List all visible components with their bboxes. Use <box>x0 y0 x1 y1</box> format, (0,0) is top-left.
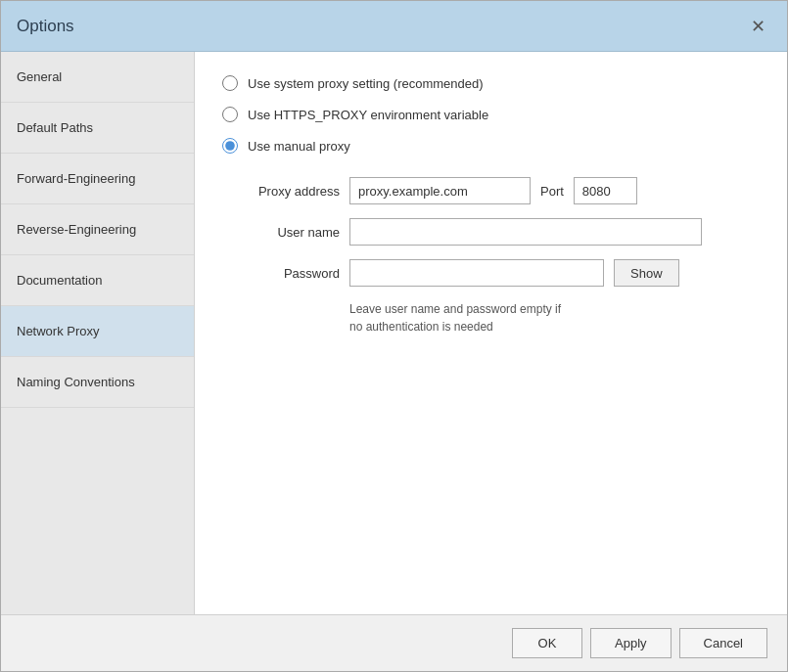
options-dialog: Options ✕ General Default Paths Forward-… <box>0 0 788 672</box>
radio-system-proxy-label: Use system proxy setting (recommended) <box>248 76 484 91</box>
sidebar-item-default-paths[interactable]: Default Paths <box>1 103 194 154</box>
ok-button[interactable]: OK <box>512 628 582 658</box>
proxy-address-label: Proxy address <box>232 184 340 199</box>
radio-https-proxy-input[interactable] <box>222 107 238 122</box>
radio-https-proxy-label: Use HTTPS_PROXY environment variable <box>248 108 488 122</box>
radio-system-proxy[interactable]: Use system proxy setting (recommended) <box>222 75 760 91</box>
radio-system-proxy-input[interactable] <box>222 75 238 91</box>
show-password-button[interactable]: Show <box>614 259 679 287</box>
sidebar-item-network-proxy[interactable]: Network Proxy <box>1 306 194 357</box>
sidebar-item-general[interactable]: General <box>1 52 194 103</box>
password-input[interactable] <box>349 259 604 287</box>
main-area: General Default Paths Forward-Engineerin… <box>1 52 787 614</box>
apply-button[interactable]: Apply <box>590 628 672 658</box>
proxy-fields: Proxy address Port User name Password Sh… <box>222 177 760 336</box>
sidebar-item-forward-engineering[interactable]: Forward-Engineering <box>1 154 194 204</box>
content-area: Use system proxy setting (recommended) U… <box>195 52 787 614</box>
sidebar: General Default Paths Forward-Engineerin… <box>1 52 195 614</box>
sidebar-item-naming-conventions[interactable]: Naming Conventions <box>1 357 194 408</box>
hint-text: Leave user name and password empty if no… <box>349 300 760 336</box>
dialog-title: Options <box>17 17 74 36</box>
proxy-radio-group: Use system proxy setting (recommended) U… <box>222 75 760 154</box>
proxy-address-row: Proxy address Port <box>232 177 760 204</box>
sidebar-item-documentation[interactable]: Documentation <box>1 255 194 306</box>
port-input[interactable] <box>574 177 637 204</box>
password-label: Password <box>232 266 340 281</box>
radio-manual-proxy[interactable]: Use manual proxy <box>222 138 760 154</box>
username-input[interactable] <box>349 218 702 246</box>
close-button[interactable]: ✕ <box>745 16 771 37</box>
proxy-address-input[interactable] <box>349 177 531 204</box>
title-bar: Options ✕ <box>1 1 787 52</box>
username-label: User name <box>232 225 340 240</box>
radio-https-proxy[interactable]: Use HTTPS_PROXY environment variable <box>222 107 760 122</box>
port-label: Port <box>540 184 564 199</box>
username-row: User name <box>232 218 760 246</box>
cancel-button[interactable]: Cancel <box>679 628 767 658</box>
sidebar-item-reverse-engineering[interactable]: Reverse-Engineering <box>1 204 194 255</box>
radio-manual-proxy-input[interactable] <box>222 138 238 154</box>
password-row: Password Show <box>232 259 760 287</box>
radio-manual-proxy-label: Use manual proxy <box>248 139 350 154</box>
footer: OK Apply Cancel <box>1 614 787 671</box>
